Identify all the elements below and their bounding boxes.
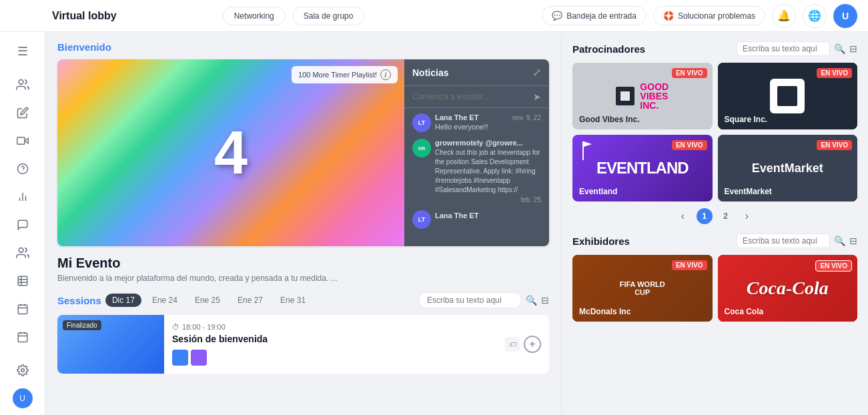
exhibitor-mcdonals-name: McDonals Inc xyxy=(579,307,630,316)
solucionar-button[interactable]: 🛟 Solucionar problemas xyxy=(653,6,765,25)
patrocinadores-search-icon[interactable]: 🔍 xyxy=(834,43,845,54)
chat-msg-name2: growremotely @growre... xyxy=(435,139,523,147)
exhibidores-search-input[interactable] xyxy=(737,234,830,248)
people-icon[interactable] xyxy=(10,72,35,97)
session-badge: Finalizado xyxy=(63,320,101,330)
camera-icon[interactable] xyxy=(10,128,35,153)
notification-icon-button[interactable]: 🔔 xyxy=(772,4,796,28)
chat-avatar3: LT xyxy=(412,210,431,229)
chart-icon[interactable] xyxy=(10,184,35,210)
exhibidores-title: Exhibidores xyxy=(572,236,630,247)
pagination-prev[interactable]: ‹ xyxy=(675,208,691,224)
svg-point-0 xyxy=(19,80,23,85)
right-sidebar: Patrocinadores 🔍 ⊟ xyxy=(561,32,868,415)
sessions-section: Sessions Dic 17 Ene 24 Ene 25 Ene 27 Ene… xyxy=(57,292,549,374)
info-icon: i xyxy=(380,69,391,80)
chat-icon: 💬 xyxy=(552,11,562,21)
session-tag-icon: 🏷 xyxy=(505,337,520,352)
en-vivo-badge-eventland: EN VIVO xyxy=(672,140,707,150)
patrocinadores-filter-icon[interactable]: ⊟ xyxy=(849,43,857,54)
networking-button[interactable]: Networking xyxy=(223,7,286,25)
mi-evento-section: Mi Evento Bienvenido a la mejor platafor… xyxy=(57,256,549,283)
chat-msg-name3: Lana The ET xyxy=(435,212,478,220)
session-add-button[interactable]: + xyxy=(524,336,541,353)
svg-rect-8 xyxy=(18,276,27,286)
help2-icon: 🛟 xyxy=(663,11,674,21)
edit-icon[interactable] xyxy=(10,100,35,125)
chat-title: Noticias xyxy=(412,67,448,78)
pagination-page-2[interactable]: 2 xyxy=(718,208,734,224)
chat-expand-icon[interactable]: ⤢ xyxy=(532,66,541,79)
date-tab-ene24[interactable]: Ene 24 xyxy=(145,294,184,307)
video-timer-badge: 100 More Timer Playlist! i xyxy=(292,66,398,83)
sponsor-eventmarket-name: EventMarket xyxy=(725,187,772,196)
en-vivo-badge-mcdonals: EN VIVO xyxy=(672,260,707,270)
exhibitor-mcdonals[interactable]: FIFA WORLDCUP EN VIVO McDonals Inc xyxy=(572,255,713,322)
left-sidebar: ☰ xyxy=(0,32,45,415)
send-icon[interactable]: ➤ xyxy=(533,91,541,102)
sponsor-eventmarket[interactable]: EventMarket EN VIVO EventMarket xyxy=(718,135,858,201)
session-logo-1 xyxy=(172,350,188,366)
patrocinadores-search-input[interactable] xyxy=(737,41,830,56)
calendar2-icon[interactable] xyxy=(10,324,35,350)
date-tab-ene31[interactable]: Ene 31 xyxy=(274,294,312,307)
date-tab-dic17[interactable]: Dic 17 xyxy=(105,294,141,307)
exhibidores-section: Exhibidores 🔍 ⊟ FIFA WORLDCUP EN VIVO Mc… xyxy=(572,234,857,322)
sponsor-goodvibes-name: Good Vibes Inc. xyxy=(579,115,639,124)
chat-msg-name: Lana The ET xyxy=(435,113,478,121)
sessions-search-input[interactable] xyxy=(418,292,522,308)
sponsor-eventland[interactable]: EVENTLAND EN VIVO Eventland xyxy=(572,135,713,201)
exhibidores-filter-icon[interactable]: ⊟ xyxy=(849,236,857,246)
globe-icon-button[interactable]: 🌐 xyxy=(803,4,827,28)
session-name: Sesión de bienvenida xyxy=(172,334,497,344)
chat-message: LT Lana The ET xyxy=(412,210,541,229)
chat-msg-date2: feb. 25 xyxy=(435,196,541,203)
sala-grupo-button[interactable]: Sala de grupo xyxy=(292,7,365,25)
user-avatar[interactable]: U xyxy=(833,4,857,28)
user-sidebar-avatar[interactable]: U xyxy=(13,388,33,408)
sponsor-goodvibes[interactable]: GOOD VIBES INC. EN VIVO Good Vibes Inc. xyxy=(572,63,713,129)
en-vivo-badge-eventmarket: EN VIVO xyxy=(817,140,852,150)
exhibitor-cocacola[interactable]: Coca-Cola EN VIVO Coca Cola xyxy=(718,255,858,322)
table-icon[interactable] xyxy=(10,268,35,294)
video-number: 4 xyxy=(214,119,248,187)
svg-rect-1 xyxy=(17,137,24,145)
bienvenido-section: Bienvenido 4 100 More Timer Playlist! i xyxy=(57,41,549,374)
calendar-icon[interactable] xyxy=(10,296,35,322)
svg-point-7 xyxy=(19,248,23,253)
session-card: Finalizado ⏱ 18:00 - 19:00 Sesión de bie… xyxy=(57,315,549,374)
svg-rect-9 xyxy=(18,305,27,314)
date-tab-ene25[interactable]: Ene 25 xyxy=(188,294,227,307)
chat-avatar: LT xyxy=(412,113,431,132)
chat-avatar-growremotely: GR xyxy=(412,139,431,157)
menu-icon[interactable]: ☰ xyxy=(10,39,35,64)
chat-compose-input[interactable] xyxy=(412,92,529,101)
community-icon[interactable] xyxy=(10,212,35,238)
sessions-filter-icon[interactable]: ⊟ xyxy=(541,295,549,306)
help-icon[interactable] xyxy=(10,156,35,181)
session-logo-2 xyxy=(191,350,207,366)
pagination-next[interactable]: › xyxy=(739,208,755,224)
group-icon[interactable] xyxy=(10,240,35,266)
event-description: Bienvenido a la mejor plataforma del mun… xyxy=(57,274,549,283)
page-title: Virtual lobby xyxy=(52,10,216,22)
bandeja-entrada-button[interactable]: 💬 Bandeja de entrada xyxy=(542,6,646,25)
sponsor-square[interactable]: EN VIVO Square Inc. xyxy=(718,63,858,129)
en-vivo-badge-goodvibes: EN VIVO xyxy=(672,68,707,78)
settings-icon[interactable] xyxy=(10,358,35,383)
sponsor-square-name: Square Inc. xyxy=(725,115,768,124)
svg-point-17 xyxy=(21,369,24,372)
pagination-page-1[interactable]: 1 xyxy=(697,208,713,224)
sessions-search-icon[interactable]: 🔍 xyxy=(526,295,537,306)
pagination: ‹ 1 2 › xyxy=(572,208,857,224)
session-time: ⏱ 18:00 - 19:00 xyxy=(172,323,497,331)
chat-message: GR growremotely @growre... Check out thi… xyxy=(412,139,541,203)
chat-msg-time: nov. 9, 22 xyxy=(512,114,541,121)
exhibidores-search-icon[interactable]: 🔍 xyxy=(834,236,845,246)
chat-panel: Noticias ⤢ ➤ LT Lana The ET xyxy=(404,59,549,246)
video-area[interactable]: 4 100 More Timer Playlist! i xyxy=(57,59,404,246)
date-tab-ene27[interactable]: Ene 27 xyxy=(231,294,270,307)
sponsor-eventland-name: Eventland xyxy=(579,187,617,196)
event-name: Mi Evento xyxy=(57,256,549,271)
bienvenido-title: Bienvenido xyxy=(57,41,549,53)
